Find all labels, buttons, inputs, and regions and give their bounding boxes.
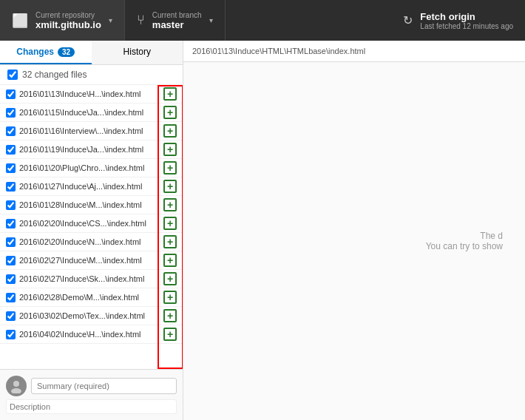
file-name: 2016\02\28\Demo\M...\index.html <box>19 293 160 302</box>
list-item[interactable]: 2016\02\27\Induce\M...\index.html + <box>0 251 183 270</box>
list-item[interactable]: 2016\01\27\Induce\Aj...\index.html + <box>0 177 183 196</box>
top-bar: ⬜ Current repository xmilt.github.io ▾ ⑂… <box>0 0 525 41</box>
left-panel: Changes 32 History 32 changed files 2016… <box>0 41 183 420</box>
fetch-section[interactable]: ↻ Fetch origin Last fetched 12 minutes a… <box>391 0 525 41</box>
tabs: Changes 32 History <box>0 41 183 65</box>
list-item[interactable]: 2016\02\27\Induce\Sk...\index.html + <box>0 270 183 288</box>
list-item[interactable]: 2016\01\20\Plug\Chro...\index.html + <box>0 159 183 177</box>
file-name: 2016\04\02\Induce\H...\index.html <box>19 330 160 339</box>
changes-count-badge: 32 <box>58 47 75 57</box>
repo-chevron: ▾ <box>109 16 112 24</box>
add-icon[interactable]: + <box>163 309 177 322</box>
list-item[interactable]: 2016\03\02\Demo\Tex...\index.html + <box>0 307 183 325</box>
select-all-checkbox[interactable] <box>7 70 18 80</box>
breadcrumb: 2016\01\13\Induce\HTML\HTMLbase\index.ht… <box>183 41 525 62</box>
fetch-sublabel: Last fetched 12 minutes ago <box>420 22 513 30</box>
right-hint: The d You can try to show <box>426 231 503 251</box>
branch-section[interactable]: ⑂ Current branch master ▾ <box>125 0 226 41</box>
list-item[interactable]: 2016\01\19\Induce\Ja...\index.html + <box>0 140 183 159</box>
branch-info: Current branch master <box>152 11 202 30</box>
file-checkbox[interactable] <box>6 89 16 99</box>
repo-name: xmilt.github.io <box>35 19 101 30</box>
add-icon[interactable]: + <box>163 161 177 175</box>
fetch-label: Fetch origin <box>420 11 513 22</box>
file-name: 2016\01\15\Induce\Ja...\index.html <box>19 108 160 117</box>
file-name: 2016\02\27\Induce\M...\index.html <box>19 256 160 265</box>
svg-point-1 <box>11 388 21 393</box>
content-area: Changes 32 History 32 changed files 2016… <box>0 41 525 420</box>
add-icon[interactable]: + <box>163 87 177 101</box>
list-item[interactable]: 2016\04\02\Induce\H...\index.html + <box>0 325 183 344</box>
list-item[interactable]: 2016\02\28\Demo\M...\index.html + <box>0 288 183 307</box>
tab-history[interactable]: History <box>92 41 183 64</box>
file-checkbox[interactable] <box>6 126 16 136</box>
commit-area <box>0 369 183 420</box>
file-checkbox[interactable] <box>6 163 16 173</box>
list-item[interactable]: 2016\01\28\Induce\M...\index.html + <box>0 196 183 214</box>
summary-input[interactable] <box>31 378 177 394</box>
list-item[interactable]: 2016\01\13\Induce\H...\index.html + <box>0 85 183 104</box>
file-name: 2016\02\27\Induce\Sk...\index.html <box>19 274 160 283</box>
file-name: 2016\03\02\Demo\Tex...\index.html <box>19 311 160 320</box>
file-name: 2016\02\20\Induce\CS...\index.html <box>19 219 160 228</box>
avatar-icon <box>9 379 24 393</box>
file-list: 2016\01\13\Induce\H...\index.html + 2016… <box>0 85 183 369</box>
file-name: 2016\01\19\Induce\Ja...\index.html <box>19 145 160 154</box>
add-icon[interactable]: + <box>163 291 177 304</box>
list-item[interactable]: 2016\02\20\Induce\CS...\index.html + <box>0 214 183 233</box>
fetch-info: Fetch origin Last fetched 12 minutes ago <box>420 11 513 30</box>
hint-line2: You can try to show <box>426 241 503 251</box>
list-item[interactable]: 2016\01\15\Induce\Ja...\index.html + <box>0 104 183 122</box>
repo-info: Current repository xmilt.github.io <box>35 11 101 30</box>
file-name: 2016\02\20\Induce\N...\index.html <box>19 237 160 246</box>
right-content: The d You can try to show <box>183 62 525 420</box>
add-icon[interactable]: + <box>163 180 177 193</box>
changed-files-count: 32 changed files <box>22 70 87 80</box>
repo-icon: ⬜ <box>12 13 28 29</box>
add-icon[interactable]: + <box>163 124 177 138</box>
file-checkbox[interactable] <box>6 274 16 284</box>
add-icon[interactable]: + <box>163 106 177 119</box>
branch-name: master <box>152 19 202 30</box>
description-input[interactable] <box>6 399 177 414</box>
file-checkbox[interactable] <box>6 311 16 321</box>
add-icon[interactable]: + <box>163 143 177 156</box>
file-name: 2016\01\16\Interview\...\index.html <box>19 126 160 135</box>
file-checkbox[interactable] <box>6 200 16 210</box>
file-checkbox[interactable] <box>6 219 16 228</box>
add-icon[interactable]: + <box>163 328 177 341</box>
repo-section[interactable]: ⬜ Current repository xmilt.github.io ▾ <box>0 0 125 41</box>
file-checkbox[interactable] <box>6 108 16 118</box>
file-name: 2016\01\27\Induce\Aj...\index.html <box>19 182 160 191</box>
tab-history-label: History <box>123 47 151 57</box>
changed-files-header: 32 changed files <box>0 65 183 85</box>
file-name: 2016\01\13\Induce\H...\index.html <box>19 89 160 98</box>
commit-summary-row <box>6 376 177 396</box>
right-panel: 2016\01\13\Induce\HTML\HTMLbase\index.ht… <box>183 41 525 420</box>
hint-line1: The d <box>426 231 503 241</box>
add-icon[interactable]: + <box>163 217 177 230</box>
fetch-icon: ↻ <box>403 13 413 27</box>
add-icon[interactable]: + <box>163 254 177 267</box>
add-icon[interactable]: + <box>163 272 177 285</box>
list-item[interactable]: 2016\01\16\Interview\...\index.html + <box>0 122 183 140</box>
svg-point-0 <box>13 381 19 387</box>
branch-chevron: ▾ <box>209 16 213 24</box>
branch-label: Current branch <box>152 11 202 19</box>
file-checkbox[interactable] <box>6 182 16 192</box>
file-name: 2016\01\20\Plug\Chro...\index.html <box>19 163 160 172</box>
avatar <box>6 376 27 396</box>
file-checkbox[interactable] <box>6 293 16 302</box>
branch-icon: ⑂ <box>137 13 145 28</box>
add-icon[interactable]: + <box>163 235 177 248</box>
file-checkbox[interactable] <box>6 330 16 339</box>
repo-label: Current repository <box>35 11 101 19</box>
tab-changes-label: Changes <box>16 47 54 57</box>
file-checkbox[interactable] <box>6 237 16 247</box>
list-item[interactable]: 2016\02\20\Induce\N...\index.html + <box>0 233 183 251</box>
add-icon[interactable]: + <box>163 198 177 211</box>
file-checkbox[interactable] <box>6 256 16 265</box>
tab-changes[interactable]: Changes 32 <box>0 41 92 64</box>
file-name: 2016\01\28\Induce\M...\index.html <box>19 200 160 209</box>
file-checkbox[interactable] <box>6 145 16 155</box>
